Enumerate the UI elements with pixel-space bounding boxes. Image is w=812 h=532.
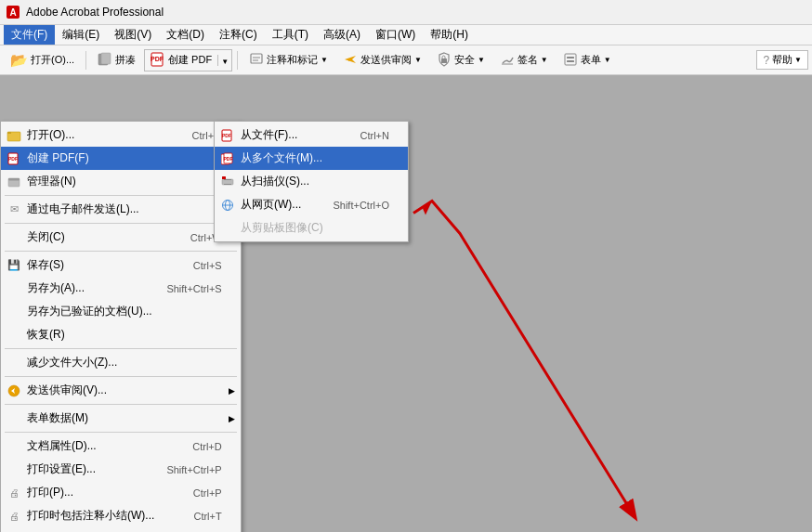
save-shortcut: Ctrl+S <box>165 260 222 271</box>
title-bar: A Adobe Acrobat Professional <box>0 0 812 25</box>
from-scanner-icon <box>218 175 237 189</box>
sign-label: 签名 <box>517 53 538 67</box>
svg-rect-9 <box>441 58 447 63</box>
menu-advanced[interactable]: 高级(A) <box>316 25 368 45</box>
menu-document[interactable]: 文档(D) <box>159 25 212 45</box>
menu-help[interactable]: 帮助(H) <box>423 25 476 45</box>
from-file-label: 从文件(F)... <box>241 127 297 143</box>
toolbar-combine[interactable]: 拼凑 <box>91 49 142 71</box>
toolbar-annotate[interactable]: 注释和标记 ▼ <box>242 49 334 71</box>
print-icon: 🖨 <box>5 486 23 500</box>
form-data-label: 表单数据(M) <box>27 410 88 426</box>
save-certified-label: 另存为已验证的文档(U)... <box>27 304 152 319</box>
menu-item-doc-props[interactable]: 文档属性(D)... Ctrl+D <box>1 435 241 458</box>
menu-window[interactable]: 窗口(W) <box>368 25 423 45</box>
submenu-item-from-file[interactable]: PDF 从文件(F)... Ctrl+N <box>215 123 408 147</box>
menu-item-close[interactable]: 关闭(C) Ctrl+W <box>1 226 241 249</box>
toolbar-open-label: 打开(O)... <box>31 53 74 67</box>
toolbar-main: 📂 打开(O)... 拼凑 PDF 创建 PDF ▼ <box>0 45 812 75</box>
toolbar-open[interactable]: 📂 打开(O)... <box>4 49 81 71</box>
print-comments-icon: 🖨 <box>5 509 23 524</box>
from-scanner-label: 从扫描仪(S)... <box>241 174 309 189</box>
menu-item-reduce-size[interactable]: 减少文件大小(Z)... <box>1 351 241 374</box>
menu-item-printme[interactable]: PrintMe 因特网打印... Shift+Ctrl+9 <box>1 527 241 532</box>
toolbar-security[interactable]: 安全 ▼ <box>430 49 491 71</box>
toolbar-sep1 <box>85 51 86 70</box>
toolbar-forms[interactable]: 表单 ▼ <box>557 49 618 71</box>
create-pdf-dropdown-arrow[interactable]: ▼ <box>217 55 231 66</box>
submenu-item-from-web[interactable]: 从网页(W)... Shift+Ctrl+O <box>215 193 408 216</box>
svg-rect-28 <box>224 179 231 180</box>
menu-item-form-data[interactable]: 表单数据(M) ▶ <box>1 407 241 430</box>
forms-label: 表单 <box>581 53 601 67</box>
menu-sep2 <box>5 223 237 224</box>
create-pdf-label: 创建 PDF <box>168 53 212 67</box>
menu-item-revert[interactable]: 恢复(R) <box>1 323 241 346</box>
send-review-menu-icon <box>5 383 23 398</box>
file-menu: 打开(O)... Ctrl+O PDF 创建 PDF(F) ▶ 管理器(N <box>0 121 242 532</box>
menu-item-manage[interactable]: 管理器(N) <box>1 170 241 193</box>
save-as-icon <box>5 281 23 296</box>
open-label: 打开(O)... <box>27 127 74 143</box>
send-email-label: 通过电子邮件发送(L)... <box>27 201 139 217</box>
send-review-submenu-arrow-icon: ▶ <box>229 386 235 396</box>
manage-label: 管理器(N) <box>27 174 76 189</box>
menu-item-save-as[interactable]: 另存为(A)... Shift+Ctrl+S <box>1 277 241 300</box>
app-icon: A <box>6 5 20 19</box>
manage-icon <box>5 175 23 189</box>
menu-item-create-pdf[interactable]: PDF 创建 PDF(F) ▶ <box>1 147 241 170</box>
menu-item-save[interactable]: 💾 保存(S) Ctrl+S <box>1 253 241 277</box>
menu-item-save-certified[interactable]: 另存为已验证的文档(U)... <box>1 300 241 323</box>
combine-label: 拼凑 <box>115 53 136 67</box>
sign-arrow-icon: ▼ <box>541 56 548 64</box>
toolbar-sign[interactable]: 签名 ▼ <box>493 49 555 71</box>
svg-rect-15 <box>7 132 11 134</box>
doc-props-icon <box>5 439 23 454</box>
menu-sep6 <box>5 404 237 405</box>
menu-file[interactable]: 文件(F) <box>4 25 55 45</box>
toolbar-help[interactable]: ? 帮助 ▼ <box>756 50 808 70</box>
menu-item-print[interactable]: 🖨 打印(P)... Ctrl+P <box>1 481 241 504</box>
toolbar-create-pdf-group: PDF 创建 PDF ▼ <box>144 49 232 71</box>
submenu-item-from-multiple[interactable]: PDF 从多个文件(M)... <box>215 147 408 170</box>
menu-item-print-comments[interactable]: 🖨 打印时包括注释小结(W)... Ctrl+T <box>1 504 241 527</box>
toolbar-send-review[interactable]: 发送供审阅 ▼ <box>336 49 428 71</box>
menu-sep7 <box>5 432 237 433</box>
menu-tools[interactable]: 工具(T) <box>265 25 316 45</box>
svg-text:PDF: PDF <box>222 133 231 138</box>
form-data-submenu-arrow-icon: ▶ <box>229 414 235 423</box>
submenu-item-from-scanner[interactable]: 从扫描仪(S)... <box>215 170 408 193</box>
menu-item-send-email[interactable]: ✉ 通过电子邮件发送(L)... <box>1 198 241 221</box>
save-certified-icon <box>5 305 23 319</box>
menu-edit[interactable]: 编辑(E) <box>55 25 107 45</box>
submenu-item-from-clipboard: 从剪贴板图像(C) <box>215 216 408 240</box>
doc-props-label: 文档属性(D)... <box>27 438 97 454</box>
send-review-icon <box>343 52 358 69</box>
menu-item-open[interactable]: 打开(O)... Ctrl+O <box>1 123 241 147</box>
help-icon: ? <box>763 54 769 67</box>
svg-rect-30 <box>222 176 226 179</box>
menu-item-print-setup[interactable]: 打印设置(E)... Shift+Ctrl+P <box>1 458 241 481</box>
menu-comment[interactable]: 注释(C) <box>212 25 265 45</box>
from-clipboard-label: 从剪贴板图像(C) <box>241 220 323 236</box>
annotate-arrow-icon: ▼ <box>321 56 328 64</box>
email-icon: ✉ <box>5 202 23 217</box>
forms-arrow-icon: ▼ <box>604 56 611 64</box>
menu-bar: 文件(F) 编辑(E) 视图(V) 文档(D) 注释(C) 工具(T) 高级(A… <box>0 25 812 45</box>
menu-sep1 <box>5 195 237 196</box>
menu-item-send-review[interactable]: 发送供审阅(V)... ▶ <box>1 379 241 402</box>
reduce-icon <box>5 356 23 370</box>
security-icon <box>437 52 452 69</box>
forms-icon <box>563 52 578 69</box>
print-label: 打印(P)... <box>27 485 73 500</box>
from-web-icon <box>218 198 237 213</box>
toolbar-sep2 <box>237 51 238 70</box>
toolbar-create-pdf[interactable]: PDF 创建 PDF <box>145 50 217 71</box>
print-comments-shortcut: Ctrl+T <box>165 511 221 522</box>
print-comments-label: 打印时包括注释小结(W)... <box>27 508 154 524</box>
svg-text:A: A <box>9 7 16 18</box>
from-web-label: 从网页(W)... <box>241 197 301 213</box>
menu-view[interactable]: 视图(V) <box>107 25 159 45</box>
svg-text:PDF: PDF <box>151 56 164 62</box>
send-review-menu-label: 发送供审阅(V)... <box>27 383 107 398</box>
